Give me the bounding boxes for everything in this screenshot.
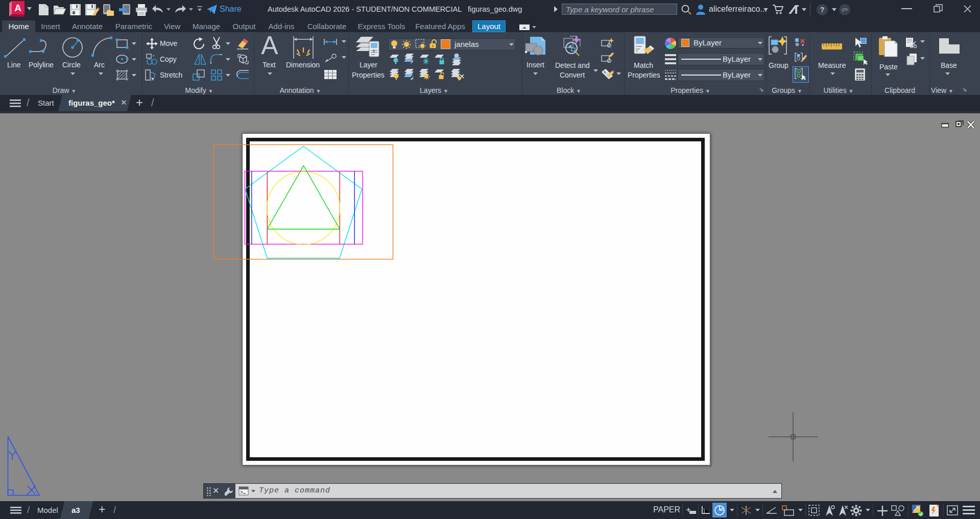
svg-text:A: A bbox=[14, 3, 21, 13]
svg-text:?: ? bbox=[820, 6, 825, 14]
